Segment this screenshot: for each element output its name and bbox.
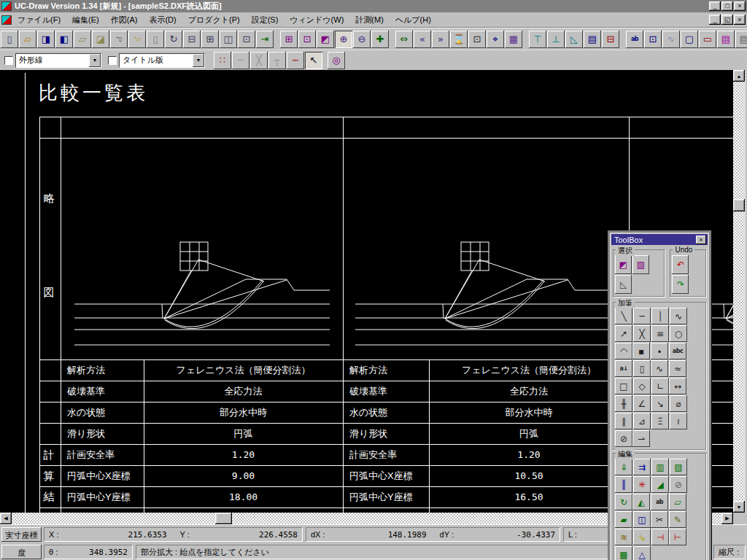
line-type-combo[interactable]: 外形線 ▼ xyxy=(15,53,101,68)
open-file-button[interactable]: ▱ xyxy=(19,31,36,48)
edit-hatch-fill-button[interactable]: ▩ xyxy=(615,546,632,560)
chevron-down-icon[interactable]: ▼ xyxy=(89,54,101,67)
edit-move-button[interactable]: ⇓ xyxy=(615,459,632,475)
product-pier-button[interactable]: ⊤ xyxy=(529,31,546,48)
draw-arrow-button[interactable]: ↗ xyxy=(615,325,632,342)
draw-hline-button[interactable]: ─ xyxy=(633,308,651,324)
draw-hatch-button[interactable]: ∥ xyxy=(615,413,632,429)
display-settings-button[interactable]: ▢ xyxy=(681,31,698,48)
import-delete-button[interactable]: ▱ xyxy=(74,31,91,48)
draw-text-box-button[interactable]: ▯ xyxy=(633,360,651,377)
edit-stamp-button[interactable]: ✎ xyxy=(669,511,686,528)
menu-item[interactable]: 作図(A) xyxy=(105,12,144,28)
close-button[interactable]: × xyxy=(734,1,746,11)
dimension-leader-button[interactable]: ↘ xyxy=(651,395,669,412)
coordinate-mode-button[interactable]: 実寸座標 xyxy=(1,527,42,542)
edit-brush-button[interactable]: ≋ xyxy=(615,529,632,545)
edit-fillet-button[interactable]: ◢ xyxy=(651,476,669,493)
toolbox-close-icon[interactable]: × xyxy=(696,236,706,244)
edit-text-button[interactable]: ab xyxy=(651,494,668,510)
save-all-button[interactable]: ◧ xyxy=(55,31,73,48)
mdi-minimize-button[interactable]: _ xyxy=(709,15,721,25)
window-attribute-button[interactable]: ⊡ xyxy=(644,31,662,48)
snap-line-button[interactable]: ─ xyxy=(232,52,249,69)
draw-rectangle-button[interactable]: □ xyxy=(615,378,632,394)
dimension-slope-button[interactable]: ⊿ xyxy=(633,413,651,429)
dimension-group-button[interactable]: ╫ xyxy=(615,395,632,412)
draw-polygon-button[interactable]: ◇ xyxy=(633,378,651,394)
edit-hatch-button[interactable]: ║ xyxy=(615,476,632,493)
draw-sine-button[interactable]: ∿ xyxy=(651,360,668,377)
menu-item[interactable]: 編集(E) xyxy=(66,12,105,28)
product-print-button[interactable]: ⊟ xyxy=(602,31,619,48)
print-frame-dashed-button[interactable]: ⊡ xyxy=(238,31,255,48)
chevron-down-icon[interactable]: ▼ xyxy=(193,54,204,67)
cell-table-button[interactable]: ▦ xyxy=(505,31,522,48)
redo-button[interactable]: ↷ xyxy=(672,275,689,294)
draw-arc-button[interactable]: ◠ xyxy=(615,343,632,359)
angle-mode-button[interactable]: 度 xyxy=(1,545,42,559)
coordinate-input-button[interactable]: ⌖ xyxy=(487,31,504,48)
undo-button[interactable]: ↶ xyxy=(672,255,689,274)
mdi-restore-button[interactable]: ◱ xyxy=(721,15,733,25)
menu-item[interactable]: 表示(D) xyxy=(143,12,182,28)
scroll-down-icon[interactable]: ▼ xyxy=(733,501,745,513)
menu-item[interactable]: ウィンドウ(W) xyxy=(284,12,349,28)
edit-move-text-button[interactable]: ▰ xyxy=(615,511,632,528)
draw-leader-flag-button[interactable]: ⇀ xyxy=(632,430,650,447)
pan-window-button[interactable]: ⊡ xyxy=(468,31,486,48)
draw-circle-button[interactable]: ○ xyxy=(670,325,687,342)
draw-polyline-button[interactable]: ∿ xyxy=(670,308,687,324)
vertical-scroll-thumb[interactable] xyxy=(733,199,745,211)
element-select-button[interactable]: ◎ xyxy=(328,52,345,69)
draw-vline-button[interactable]: │ xyxy=(651,308,669,324)
dimension-angle-button[interactable]: ∠ xyxy=(633,395,651,412)
draw-hatch-edge-button[interactable]: Ξ xyxy=(651,413,669,429)
edit-polyline-button[interactable]: △ xyxy=(633,546,651,560)
edit-move-element-button[interactable]: ▧ xyxy=(670,459,687,475)
zoom-extents-button[interactable]: ⇔ xyxy=(395,31,413,48)
exit-button[interactable]: ⇥ xyxy=(256,31,274,48)
menu-item[interactable]: 設定(S) xyxy=(246,12,285,28)
snap-grid-button[interactable]: ∷ xyxy=(214,52,231,69)
open-add-button[interactable]: ⁺▱ xyxy=(128,31,146,48)
view-next-button[interactable]: » xyxy=(432,31,449,48)
line-filter-checkbox[interactable] xyxy=(4,56,13,65)
print-button[interactable]: ⊟ xyxy=(183,31,201,48)
edit-cut-button[interactable]: ✂ xyxy=(651,511,668,528)
dimension-h-button[interactable]: ↔ xyxy=(669,378,686,394)
zoom-window-button[interactable]: ⊡ xyxy=(298,31,316,48)
draw-lshape-button[interactable]: ∟ xyxy=(651,378,669,394)
snap-intersection-button[interactable]: ╳ xyxy=(250,52,268,69)
draw-point-line-button[interactable]: ∙ xyxy=(651,343,668,359)
draw-ellipse-button[interactable]: ⊘ xyxy=(615,430,632,447)
edit-extend-button[interactable]: ⊢ xyxy=(669,529,686,545)
dimension-radius-button[interactable]: ⌀ xyxy=(670,395,687,412)
zoom-in-button[interactable]: ⊕ xyxy=(335,31,352,48)
edit-trim-button[interactable]: ⊣ xyxy=(651,529,669,545)
new-sheet-button[interactable]: ⁺▯ xyxy=(110,31,128,48)
edit-delete-button[interactable]: ⊘ xyxy=(670,476,687,493)
product-footing-button[interactable]: ◺ xyxy=(565,31,583,48)
scroll-up-icon[interactable]: ▲ xyxy=(733,70,745,82)
menu-item[interactable]: ヘルプ(H) xyxy=(390,12,437,28)
edit-mirror-button[interactable]: ◭ xyxy=(632,494,650,510)
edit-copy-text-button[interactable]: ▱ xyxy=(669,494,686,510)
vertical-scrollbar[interactable]: ▲ ▼ xyxy=(733,70,746,513)
draw-line-button[interactable]: ╲ xyxy=(615,308,632,324)
minimize-button[interactable]: _ xyxy=(709,1,721,11)
product-bolt-button[interactable]: ⊥ xyxy=(547,31,565,48)
redraw-button[interactable]: ⌛ xyxy=(450,31,468,48)
menu-item[interactable]: プロダクト(P) xyxy=(182,12,246,28)
draw-cross-button[interactable]: ╳ xyxy=(633,325,651,342)
edit-copy-element-button[interactable]: ▥ xyxy=(651,459,669,475)
delete-sheet-button[interactable]: ▯ xyxy=(147,31,164,48)
edit-save-element-button[interactable]: ◫ xyxy=(633,511,651,528)
layer-list-button[interactable]: ▤ xyxy=(735,31,747,48)
select-range-button[interactable]: ▨ xyxy=(632,255,649,274)
menu-item[interactable]: 計測(M) xyxy=(349,12,390,28)
layer-settings-button[interactable]: ▤ xyxy=(717,31,735,48)
zoom-fit-button[interactable]: ✚ xyxy=(371,31,389,48)
select-polygon-button[interactable]: ◺ xyxy=(615,275,632,294)
draw-vertical-text-button[interactable]: a↓ xyxy=(615,360,632,377)
